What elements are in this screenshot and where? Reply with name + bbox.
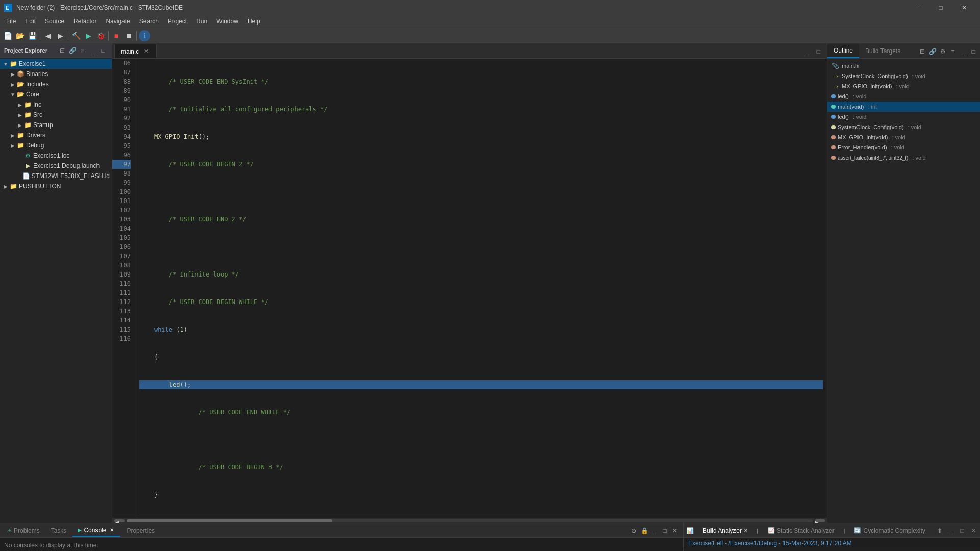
debug-button[interactable]: 🐞 <box>95 30 106 41</box>
console-minimize-button[interactable]: _ <box>650 526 659 535</box>
terminate-button[interactable]: ⏹ <box>123 30 134 41</box>
tab-close-main-c[interactable]: ✕ <box>142 47 150 56</box>
stop-button[interactable]: ■ <box>111 30 122 41</box>
console-open-button[interactable]: ⊙ <box>629 526 639 535</box>
console-close-x-button[interactable]: ✕ <box>670 526 679 535</box>
tab-cyclomatic[interactable]: 🔄 Cyclomatic Complexity <box>849 524 930 537</box>
outline-maximize-button[interactable]: □ <box>969 47 978 56</box>
sidebar-menu-button[interactable]: ≡ <box>78 46 87 55</box>
menu-search[interactable]: Search <box>135 17 163 26</box>
tree-item-includes[interactable]: ▶ 📂 Includes <box>0 79 112 89</box>
tree-label-pushbutton: PUSHBUTTON <box>19 183 61 190</box>
led2-dot <box>831 115 836 119</box>
outline-item-mxgpio[interactable]: ⇒ MX_GPIO_Init(void) : void <box>827 81 980 91</box>
build-close-button[interactable]: ✕ <box>969 526 978 535</box>
outline-item-main[interactable]: main(void) : int <box>827 102 980 112</box>
minimize-editor-button[interactable]: _ <box>802 47 812 56</box>
tree-item-launch[interactable]: ▶ ▶ Exercise1 Debug.launch <box>0 161 112 171</box>
outline-item-led2[interactable]: led() : void <box>827 112 980 122</box>
back-button[interactable]: ◀ <box>42 30 54 41</box>
new-file-button[interactable]: 📄 <box>2 30 13 41</box>
tab-problems[interactable]: ⚠ Problems <box>2 524 45 537</box>
build-analyzer-close-button[interactable]: ✕ <box>744 528 748 533</box>
tab-sep-2: | <box>844 528 845 534</box>
outline-item-systemclock[interactable]: ⇒ SystemClock_Config(void) : void <box>827 71 980 81</box>
maximize-button[interactable]: □ <box>929 0 952 15</box>
build-minimize-button[interactable]: _ <box>946 526 955 535</box>
tree-item-ld[interactable]: ▶ 📄 STM32WLE5J8IX_FLASH.ld <box>0 171 112 181</box>
tree-item-pushbutton[interactable]: ▶ 📁 PUSHBUTTON <box>0 181 112 191</box>
menu-edit[interactable]: Edit <box>21 17 40 26</box>
menu-navigate[interactable]: Navigate <box>102 17 134 26</box>
run-button[interactable]: ▶ <box>83 30 94 41</box>
tab-build-analyzer[interactable]: Build Analyzer ✕ <box>698 524 753 537</box>
menu-help[interactable]: Help <box>243 17 264 26</box>
toolbar-sep-4 <box>136 31 137 40</box>
outline-item-error-handler[interactable]: Error_Handler(void) : void <box>827 142 980 153</box>
forward-button[interactable]: ▶ <box>55 30 66 41</box>
outline-settings-button[interactable]: ⚙ <box>938 47 947 56</box>
tree-label-drivers: Drivers <box>26 132 45 139</box>
collapse-all-button[interactable]: ⊟ <box>58 46 67 55</box>
tab-tasks[interactable]: Tasks <box>46 524 72 537</box>
horizontal-scrollbar[interactable] <box>127 519 813 522</box>
tree-arrow-debug: ▶ <box>9 142 16 149</box>
build-export-button[interactable]: ⬆ <box>935 526 944 535</box>
tab-sep-1: | <box>757 528 758 534</box>
tree-item-src[interactable]: ▶ 📁 Src <box>0 110 112 120</box>
sidebar-minimize-button[interactable]: _ <box>88 46 97 55</box>
outline-item-led[interactable]: led() : void <box>827 91 980 102</box>
outline-item-main-h[interactable]: 📎 main.h <box>827 61 980 71</box>
scroll-left-button[interactable]: ◀ <box>114 519 125 522</box>
outline-item-systemclock2[interactable]: SystemClock_Config(void) : void <box>827 122 980 132</box>
code-editor[interactable]: 8687888990 9192939495 96979899100 101102… <box>112 59 827 518</box>
outline-link-button[interactable]: 🔗 <box>928 47 937 56</box>
tab-console[interactable]: ▶ Console ✕ <box>72 524 120 537</box>
menu-run[interactable]: Run <box>192 17 211 26</box>
outline-item-mxgpio2[interactable]: MX_GPIO_Init(void) : void <box>827 132 980 142</box>
menu-refactor[interactable]: Refactor <box>69 17 101 26</box>
tree-arrow-inc: ▶ <box>16 101 23 108</box>
build-title-text: Exercise1.elf - /Exercise1/Debug - 15-Ma… <box>688 540 852 547</box>
outline-menu-button[interactable]: ≡ <box>948 47 958 56</box>
tab-main-c[interactable]: main.c ✕ <box>114 44 157 58</box>
console-lock-button[interactable]: 🔒 <box>640 526 649 535</box>
menu-file[interactable]: File <box>2 17 20 26</box>
tree-label-inc: Inc <box>33 101 41 108</box>
mxgpio2-dot <box>831 135 836 139</box>
menu-project[interactable]: Project <box>164 17 191 26</box>
tree-item-ioc[interactable]: ▶ ⚙ Exercise1.ioc <box>0 151 112 161</box>
code-text[interactable]: /* USER CODE END SysInit */ /* Initializ… <box>135 59 827 518</box>
link-editor-button[interactable]: 🔗 <box>68 46 77 55</box>
close-button[interactable]: ✕ <box>952 0 976 15</box>
tree-item-core[interactable]: ▼ 📂 Core <box>0 89 112 99</box>
tab-properties[interactable]: Properties <box>121 524 160 537</box>
outline-minimize-button[interactable]: _ <box>959 47 968 56</box>
console-maximize-button[interactable]: □ <box>660 526 669 535</box>
sidebar-maximize-button[interactable]: □ <box>99 46 108 55</box>
maximize-editor-button[interactable]: □ <box>814 47 823 56</box>
outline-item-assert-failed[interactable]: assert_failed(uint8_t*, uint32_t) : void <box>827 153 980 163</box>
tree-item-startup[interactable]: ▶ 📁 Startup <box>0 120 112 130</box>
tree-arrow-src: ▶ <box>16 111 23 118</box>
tab-build-targets[interactable]: Build Targets <box>859 44 906 58</box>
tree-item-drivers[interactable]: ▶ 📁 Drivers <box>0 130 112 140</box>
save-button[interactable]: 💾 <box>27 30 38 41</box>
minimize-button[interactable]: ─ <box>905 0 929 15</box>
tree-item-debug[interactable]: ▶ 📁 Debug <box>0 140 112 151</box>
outline-collapse-button[interactable]: ⊟ <box>918 47 927 56</box>
info-button[interactable]: ℹ <box>139 30 150 41</box>
tab-static-stack[interactable]: 📈 Static Stack Analyzer <box>763 524 840 537</box>
menu-window[interactable]: Window <box>212 17 242 26</box>
build-button[interactable]: 🔨 <box>70 30 82 41</box>
tree-item-exercise1[interactable]: ▼ 📁 Exercise1 <box>0 59 112 69</box>
menu-source[interactable]: Source <box>41 17 68 26</box>
scroll-right-button[interactable]: ▶ <box>815 519 825 522</box>
open-button[interactable]: 📂 <box>14 30 26 41</box>
tree-item-inc[interactable]: ▶ 📁 Inc <box>0 99 112 110</box>
console-close-button[interactable]: ✕ <box>108 527 115 534</box>
tree-item-binaries[interactable]: ▶ 📦 Binaries <box>0 69 112 79</box>
build-maximize-button[interactable]: □ <box>958 526 967 535</box>
tab-outline[interactable]: Outline <box>827 44 859 58</box>
console-icon: ▶ <box>78 527 82 533</box>
